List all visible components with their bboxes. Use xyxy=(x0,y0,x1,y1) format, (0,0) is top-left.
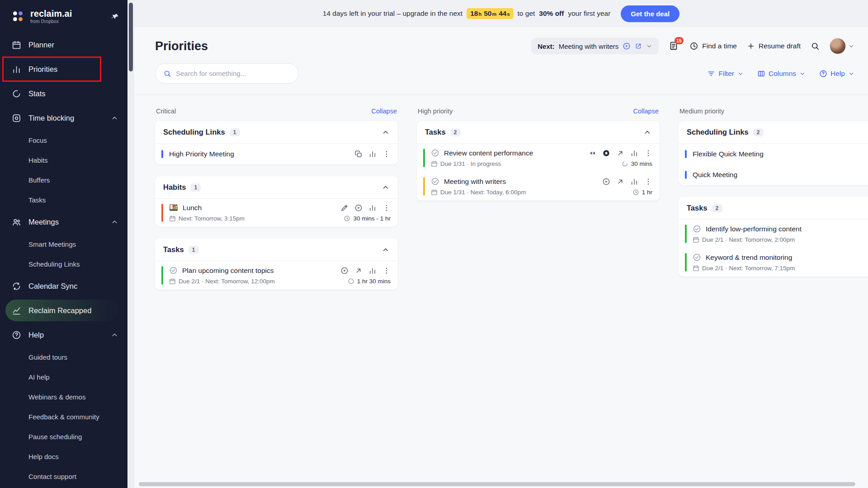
open-icon[interactable] xyxy=(616,178,624,186)
duration-circle-icon xyxy=(348,278,354,285)
next-event-pill[interactable]: Next: Meeting with writers xyxy=(531,38,659,54)
external-link-icon[interactable] xyxy=(635,42,642,50)
more-options-icon[interactable] xyxy=(382,150,391,158)
complete-checkbox-icon[interactable] xyxy=(431,149,439,157)
card-header[interactable]: Habits1 xyxy=(155,176,398,199)
card-header[interactable]: Scheduling Links1 xyxy=(155,121,398,144)
sidebar-item-feedback-community[interactable]: Feedback & community xyxy=(0,407,127,427)
analytics-icon[interactable] xyxy=(368,267,377,275)
sidebar-item-scheduling-links[interactable]: Scheduling Links xyxy=(0,254,127,274)
sidebar-scrollbar-track[interactable] xyxy=(127,0,134,488)
collapse-link[interactable]: Collapse xyxy=(372,108,397,115)
sidebar-item-focus[interactable]: Focus xyxy=(0,130,127,150)
sidebar-item-stats[interactable]: Stats xyxy=(0,81,127,106)
habit-emoji: 🍱 xyxy=(169,204,178,211)
sidebar-item-habits[interactable]: Habits xyxy=(0,150,127,170)
card-header[interactable]: Tasks2 xyxy=(417,121,660,144)
get-the-deal-button[interactable]: Get the deal xyxy=(621,5,679,22)
sidebar-item-guided-tours[interactable]: Guided tours xyxy=(0,347,127,367)
planner-icon xyxy=(12,40,21,50)
columns-button[interactable]: Columns xyxy=(757,70,806,78)
sidebar-item-pause-scheduling[interactable]: Pause scheduling xyxy=(0,427,127,446)
sidebar-item-tasks[interactable]: Tasks xyxy=(0,190,127,210)
reclaim-logo xyxy=(10,9,25,24)
more-options-icon[interactable] xyxy=(644,178,652,186)
copy-icon[interactable] xyxy=(354,150,363,158)
sidebar-item-ai-help[interactable]: AI help xyxy=(0,367,127,387)
filter-button[interactable]: Filter xyxy=(707,70,743,78)
complete-checkbox-icon[interactable] xyxy=(693,253,701,262)
board-item[interactable]: Identify low-performing contentDue 2/1 ·… xyxy=(679,220,868,248)
count-badge: 2 xyxy=(712,204,722,212)
item-title: Review content performance xyxy=(444,149,533,157)
chevron-up-icon[interactable] xyxy=(643,128,651,136)
card-header[interactable]: Tasks1 xyxy=(155,239,398,261)
sidebar-item-help[interactable]: Help xyxy=(0,323,127,347)
duration-text: 1 hr 30 mins xyxy=(357,278,391,285)
sidebar-item-calendar-sync[interactable]: Calendar Sync xyxy=(0,274,127,298)
board-item[interactable]: Review content performanceDue 1/31 · In … xyxy=(417,144,660,172)
pin-icon[interactable] xyxy=(110,11,120,21)
play-icon[interactable] xyxy=(602,178,610,186)
search-icon[interactable] xyxy=(811,42,820,51)
complete-checkbox-icon[interactable] xyxy=(693,225,701,233)
resume-draft-button[interactable]: Resume draft xyxy=(747,42,801,50)
user-menu[interactable] xyxy=(830,38,854,54)
open-icon[interactable] xyxy=(354,267,363,275)
horizontal-scrollbar[interactable] xyxy=(139,482,855,486)
chevron-up-icon[interactable] xyxy=(382,183,390,192)
item-actions xyxy=(340,204,391,212)
more-options-icon[interactable] xyxy=(644,149,652,157)
find-a-time-button[interactable]: Find a time xyxy=(689,42,737,51)
search-input[interactable] xyxy=(176,70,291,77)
edit-icon[interactable] xyxy=(340,204,349,212)
analytics-icon[interactable] xyxy=(630,178,638,186)
board-item[interactable]: Meeting with writersDue 1/31 · Next: Tod… xyxy=(417,172,660,201)
item-title: High Priority Meeting xyxy=(169,150,234,158)
chevron-down-icon[interactable] xyxy=(646,43,652,49)
board-item[interactable]: High Priority Meeting xyxy=(155,144,398,164)
sidebar-item-planner[interactable]: Planner xyxy=(0,33,127,57)
more-options-icon[interactable] xyxy=(382,267,391,275)
collapse-link[interactable]: Collapse xyxy=(633,108,659,115)
complete-checkbox-icon[interactable] xyxy=(169,266,178,275)
analytics-icon[interactable] xyxy=(368,150,377,158)
sidebar-item-priorities[interactable]: Priorities xyxy=(0,57,127,81)
help-button[interactable]: Help xyxy=(819,70,854,78)
board-item[interactable]: Keyword & trend monitoringDue 2/1 · Next… xyxy=(679,248,868,277)
chevron-up-icon[interactable] xyxy=(382,128,390,136)
board-item[interactable]: Flexible Quick Meeting xyxy=(679,144,868,164)
notifications-button[interactable]: 15 xyxy=(669,41,679,52)
sidebar-item-label: Planner xyxy=(28,41,54,49)
sidebar-item-help-docs[interactable]: Help docs xyxy=(0,446,127,466)
sidebar-item-reclaim-recapped[interactable]: Reclaim Recapped xyxy=(5,300,118,321)
sidebar-item-contact-support[interactable]: Contact support xyxy=(0,466,127,486)
play-icon[interactable] xyxy=(623,42,631,50)
card-header[interactable]: Scheduling Links2 xyxy=(679,121,868,144)
analytics-icon[interactable] xyxy=(630,149,638,157)
priorities-board: CriticalCollapseScheduling Links1High Pr… xyxy=(134,95,868,488)
complete-checkbox-icon[interactable] xyxy=(431,177,439,186)
play-icon[interactable] xyxy=(340,267,349,275)
sidebar-item-buffers[interactable]: Buffers xyxy=(0,170,127,190)
analytics-icon[interactable] xyxy=(368,204,377,212)
sidebar-item-smart-meetings[interactable]: Smart Meetings xyxy=(0,234,127,254)
card-header[interactable]: Tasks2 xyxy=(679,197,868,220)
board-item[interactable]: Plan upcoming content topicsDue 2/1 · Ne… xyxy=(155,261,398,290)
duration-text: 1 hr xyxy=(642,189,652,196)
chevron-down-icon xyxy=(848,70,854,77)
sidebar-item-meetings[interactable]: Meetings xyxy=(0,210,127,234)
stop-timer-icon[interactable] xyxy=(602,149,610,157)
board-item[interactable]: Quick Meeting xyxy=(679,164,868,185)
rewind-icon[interactable] xyxy=(588,149,596,157)
sidebar-scrollbar-thumb[interactable] xyxy=(129,3,133,71)
chevron-up-icon[interactable] xyxy=(382,246,390,254)
sidebar-item-time-blocking[interactable]: Time blocking xyxy=(0,106,127,130)
open-icon[interactable] xyxy=(616,149,624,157)
play-icon[interactable] xyxy=(354,204,363,212)
chevron-down-icon xyxy=(737,70,744,77)
more-options-icon[interactable] xyxy=(382,204,391,212)
board-item[interactable]: 🍱LunchNext: Tomorrow, 3:15pm30 mins - 1 … xyxy=(155,199,398,227)
sidebar-item-webinars-demos[interactable]: Webinars & demos xyxy=(0,387,127,407)
search-box[interactable] xyxy=(155,63,299,84)
